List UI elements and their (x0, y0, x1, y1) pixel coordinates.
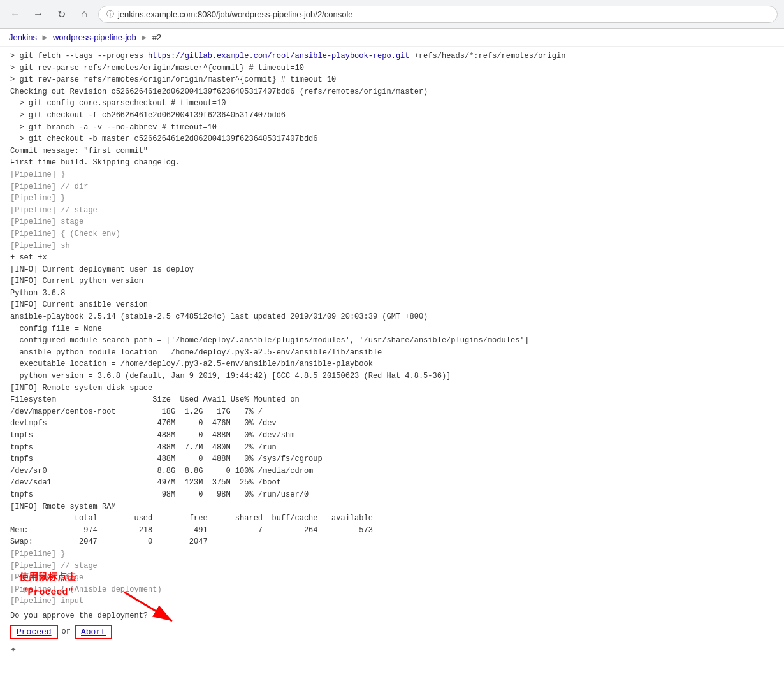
console-line-12: [Pipeline] // dir (10, 181, 774, 193)
console-line-33: tmpfs 488M 0 488M 0% /dev/shm (10, 430, 774, 442)
console-line-43: [Pipeline] } (10, 548, 774, 560)
back-button[interactable]: ← (6, 5, 24, 23)
console-line-19: [INFO] Current deployment user is deploy (10, 264, 774, 276)
console-line-40: total used free shared buff/cache availa… (10, 513, 774, 525)
address-bar[interactable]: ⓘ jenkins.example.com:8080/job/wordpress… (98, 6, 778, 23)
annotation-line2: "Proceed" (19, 586, 76, 601)
console-line-35: tmpfs 488M 0 488M 0% /sys/fs/cgroup (10, 453, 774, 465)
gitlab-link[interactable]: https://gitlab.example.com/root/ansible-… (148, 52, 409, 61)
console-line-39: [INFO] Rmote system RAM (10, 501, 774, 513)
console-line-15: [Pipeline] stage (10, 216, 774, 228)
console-line-32: devtmpfs 476M 0 476M 0% /dev (10, 418, 774, 430)
breadcrumb-sep1: ► (41, 33, 49, 42)
info-icon: ⓘ (106, 9, 114, 20)
console-line-44: [Pipeline] // stage (10, 560, 774, 572)
console-line-38: tmpfs 98M 0 98M 0% /run/user/0 (10, 489, 774, 501)
breadcrumb: Jenkins ► wordpress-pipeline-job ► #2 (0, 29, 784, 47)
console-line-27: executable location = /home/deploy/.py3-… (10, 358, 774, 370)
console-line-10: First time build. Skipping changelog. (10, 157, 774, 169)
reload-button[interactable]: ↻ (52, 5, 70, 23)
console-line-2: > git rev-parse refs/remotes/origin/mast… (10, 62, 774, 75)
console-line-41: Mem: 974 218 491 7 264 573 (10, 525, 774, 537)
console-line-31: /dev/mapper/centos-root 18G 1.2G 17G 7% … (10, 406, 774, 418)
console-line-26: ansible python module location = /home/d… (10, 347, 774, 359)
console-approval-question: Do you approve the deployment? (10, 610, 774, 622)
console-line-46: [Pipeline] { (Anisble deployment) (10, 584, 774, 596)
console-line-5: > git config core.sparsecheckout # timeo… (10, 98, 774, 110)
console-line-6: > git checkout -f c526626461e2d062004139… (10, 110, 774, 122)
forward-button[interactable]: → (29, 5, 47, 23)
console-line-23: ansible-playbook 2.5.14 (stable-2.5 c748… (10, 311, 774, 323)
annotation-line1: 使用鼠标点击 (19, 571, 76, 586)
console-line-1: > git fetch --tags --progress https://gi… (10, 50, 774, 62)
console-line-14: [Pipeline] // stage (10, 205, 774, 217)
console-line-7: > git branch -a -v --no-abbrev # timeout… (10, 122, 774, 134)
breadcrumb-sep2: ► (140, 33, 149, 42)
cursor-symbol: ✦ (10, 642, 774, 658)
console-line-29: [INFO] Remote system disk space (10, 382, 774, 395)
console-line-47: [Pipeline] input (10, 595, 774, 608)
abort-button[interactable]: Abort (75, 625, 112, 639)
annotation-text: 使用鼠标点击 "Proceed" (19, 571, 76, 600)
console-line-30: Filesystem Size Used Avail Use% Mounted … (10, 394, 774, 406)
console-line-21: Python 3.6.8 (10, 288, 774, 300)
proceed-button[interactable]: Proceed (10, 625, 58, 639)
console-line-20: [INFO] Current python version (10, 275, 774, 288)
console-line-36: /dev/sr0 8.8G 8.8G 0 100% /media/cdrom (10, 465, 774, 477)
console-line-16: [Pipeline] { (Check env) (10, 228, 774, 240)
console-line-42: Swap: 2047 0 2047 (10, 536, 774, 548)
console-line-28: python version = 3.6.8 (default, Jan 9 2… (10, 370, 774, 382)
console-line-11: [Pipeline] } (10, 169, 774, 181)
approval-or-text: or (62, 626, 71, 638)
home-button[interactable]: ⌂ (75, 5, 93, 23)
breadcrumb-jenkins[interactable]: Jenkins (9, 33, 37, 42)
console-line-8: > git checkout -b master c526626461e2d06… (10, 133, 774, 145)
breadcrumb-build: #2 (152, 33, 161, 42)
console-line-25: configured module search path = ['/home/… (10, 335, 774, 347)
console-line-45: [Pipeline] stage (10, 572, 774, 584)
console-line-13: [Pipeline] } (10, 193, 774, 205)
console-line-3: > git rev-parse refs/remotes/origin/orig… (10, 74, 774, 86)
browser-chrome: ← → ↻ ⌂ ⓘ jenkins.example.com:8080/job/w… (0, 0, 784, 29)
console-output: > git fetch --tags --progress https://gi… (0, 47, 784, 657)
console-line-18: + set +x (10, 252, 774, 264)
console-line-17: [Pipeline] sh (10, 240, 774, 252)
console-line-22: [INFO] Current ansible version (10, 299, 774, 311)
console-line-9: Commit message: "first commit" (10, 145, 774, 157)
console-line-37: /dev/sda1 497M 123M 375M 25% /boot (10, 477, 774, 489)
console-line-24: config file = None (10, 323, 774, 335)
breadcrumb-job[interactable]: wordpress-pipeline-job (53, 33, 136, 42)
url-text: jenkins.example.com:8080/job/wordpress-p… (118, 10, 353, 19)
approval-buttons-area: Proceed or Abort (10, 625, 774, 639)
console-line-4: Checking out Revision c526626461e2d06200… (10, 86, 774, 98)
console-line-34: tmpfs 488M 7.7M 480M 2% /run (10, 442, 774, 454)
